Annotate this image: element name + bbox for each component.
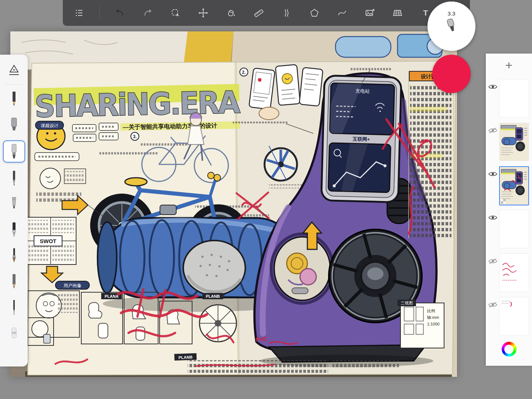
brush-icon — [8, 247, 20, 264]
tool-fountain-pen[interactable] — [3, 217, 25, 243]
color-wheel-button[interactable] — [502, 342, 516, 357]
drawing-canvas[interactable]: SHARiNG.ERA —关于智能共享电动助力车站的设计 课题设计 3. 2. — [10, 31, 457, 377]
red-notes-thumbnail — [499, 254, 529, 291]
color-wheel-center — [504, 345, 514, 354]
eye-open-icon — [488, 214, 498, 221]
svg-text:SWOT: SWOT — [40, 238, 57, 244]
move-button[interactable] — [195, 5, 211, 21]
layers-panel: + — [486, 54, 532, 366]
layer-visibility-toggle[interactable] — [488, 123, 498, 164]
layer-row[interactable] — [486, 120, 532, 164]
triangle-level-icon — [8, 63, 20, 78]
curve-button[interactable] — [334, 5, 350, 21]
eye-crossed-icon — [488, 258, 498, 265]
layer-row[interactable] — [486, 76, 532, 120]
move-arrows-icon — [198, 8, 208, 18]
tool-panel-divider — [5, 84, 23, 85]
layer-visibility-toggle[interactable] — [488, 253, 498, 294]
marker-icon — [8, 143, 20, 160]
svg-text:1:1000: 1:1000 — [427, 322, 440, 326]
eye-crossed-icon — [488, 301, 498, 308]
eraser-tool-icon — [8, 325, 20, 342]
airbrush-icon — [8, 195, 20, 212]
flat-marker-icon — [8, 116, 20, 133]
grid-button[interactable] — [390, 5, 405, 21]
polygon-icon — [309, 8, 320, 18]
slice-button[interactable] — [279, 5, 294, 21]
layer-thumbnail[interactable] — [499, 79, 529, 117]
menu-button[interactable] — [72, 5, 87, 21]
layer-row[interactable] — [486, 251, 532, 294]
svg-text:PLANA: PLANA — [105, 294, 119, 299]
alpha-lock-badge — [501, 199, 505, 204]
three-view-box: 三视图 比例 轴:mm 1:1000 — [398, 300, 444, 348]
layer-visibility-toggle[interactable] — [488, 79, 498, 120]
svg-text:用户画像: 用户画像 — [64, 283, 81, 288]
tool-pencil[interactable] — [3, 86, 25, 112]
layer-visibility-toggle[interactable] — [488, 297, 498, 338]
svg-text:轴:mm: 轴:mm — [427, 315, 439, 320]
svg-text:比例: 比例 — [427, 308, 435, 313]
layer-row[interactable] — [486, 294, 532, 338]
brush-size-indicator[interactable]: 3.3 — [427, 1, 475, 51]
svg-text:SHARiNG.ERA: SHARiNG.ERA — [34, 85, 241, 124]
layer-row[interactable] — [486, 207, 532, 251]
soft-pencil-icon — [8, 273, 20, 290]
layer-thumbnail[interactable] — [499, 297, 529, 335]
brush-size-value: 3.3 — [448, 10, 456, 17]
import-image-button[interactable] — [362, 5, 378, 21]
redo-button[interactable] — [140, 5, 156, 21]
sketch-thumbnail — [499, 123, 529, 161]
list-icon — [74, 8, 85, 18]
select-button[interactable] — [168, 5, 183, 21]
current-color-swatch[interactable] — [432, 55, 471, 93]
tool-precision[interactable] — [3, 58, 25, 83]
top-toolbar: T — [63, 0, 470, 26]
layer-visibility-toggle[interactable] — [488, 166, 498, 207]
svg-text:T: T — [423, 8, 428, 17]
paint-bucket-icon — [226, 8, 236, 18]
tool-marker[interactable] — [3, 140, 25, 163]
layer-visibility-toggle[interactable] — [488, 210, 498, 251]
shape-button[interactable] — [307, 5, 322, 21]
eye-open-icon — [488, 171, 498, 177]
tool-flat-marker[interactable] — [3, 112, 25, 138]
marquee-icon — [170, 8, 181, 18]
tool-eraser[interactable] — [3, 320, 25, 346]
ruler-icon — [253, 8, 264, 18]
tool-technical-pen[interactable] — [3, 294, 25, 320]
eye-open-icon — [488, 83, 498, 90]
image-icon — [365, 8, 375, 18]
pencil-icon — [8, 91, 20, 108]
toolbar-divider — [99, 6, 100, 20]
fountain-pen-icon — [8, 221, 20, 238]
undo-button[interactable] — [112, 5, 127, 21]
technical-pen-icon — [8, 299, 20, 316]
artwork-photo: SHARiNG.ERA —关于智能共享电动助力车站的设计 课题设计 3. 2. — [10, 31, 457, 377]
add-layer-button[interactable]: + — [486, 54, 532, 76]
svg-text:3.: 3. — [133, 134, 137, 139]
layer-row[interactable] — [486, 164, 532, 207]
slice-icon — [282, 8, 292, 18]
fill-button[interactable] — [223, 5, 239, 21]
measure-button[interactable] — [251, 5, 266, 21]
layer-thumbnail[interactable] — [499, 210, 529, 248]
svg-text:互联网+: 互联网+ — [352, 136, 370, 142]
tool-soft-pencil[interactable] — [3, 269, 25, 294]
redo-arrow-icon — [143, 8, 153, 18]
layer-thumbnail[interactable] — [499, 123, 529, 161]
svg-text:充电站: 充电站 — [355, 88, 370, 94]
app-window: { "window": { "background_color": "#8e8e… — [0, 0, 532, 399]
layer-thumbnail[interactable] — [499, 253, 529, 292]
svg-text:PLANB: PLANB — [206, 294, 220, 299]
svg-text:PVC: PVC — [255, 336, 268, 343]
curve-icon — [337, 8, 347, 18]
marker-preview-icon — [443, 17, 460, 34]
tool-brush[interactable] — [3, 243, 25, 269]
eye-crossed-icon — [488, 127, 498, 134]
tool-airbrush[interactable] — [3, 191, 25, 217]
tool-fineliner[interactable] — [3, 165, 25, 191]
layer-thumbnail-selected[interactable] — [499, 166, 529, 205]
svg-text:课题设计: 课题设计 — [41, 123, 58, 128]
svg-text:2.: 2. — [242, 70, 246, 75]
